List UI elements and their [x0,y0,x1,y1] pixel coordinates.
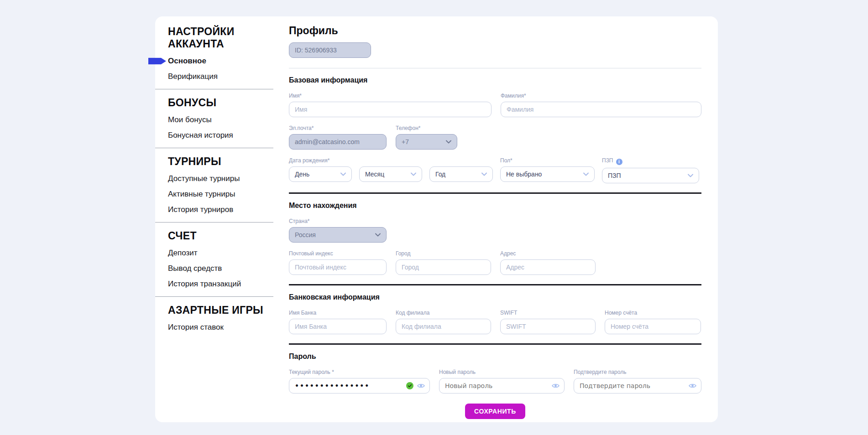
chevron-down-icon [688,174,693,177]
form-row: Страна* Россия [289,218,701,243]
swift-field-group: SWIFT [500,310,596,334]
chevron-down-icon [481,172,487,176]
gender-value: Не выбрано [506,171,542,178]
sidebar-item-main[interactable]: Основное [155,57,273,66]
page-title: Профиль [289,25,701,37]
swift-input[interactable] [500,319,596,334]
new-password-input[interactable] [445,382,548,389]
first-name-input[interactable] [289,102,492,117]
save-button[interactable]: СОХРАНИТЬ [465,404,525,419]
sidebar-divider [155,148,273,148]
chevron-down-icon [340,172,346,176]
current-password-box [289,378,430,394]
current-password-input[interactable] [295,382,403,389]
pzp-label: ПЗП [602,157,699,165]
chevron-down-icon [583,172,589,176]
birth-year-select[interactable]: Год [429,166,493,182]
birth-day-select[interactable]: День [289,166,352,182]
postal-code-field-group: Почтовый индекс [289,250,387,275]
birth-day-field-group: Дата рождения* День [289,157,352,183]
branch-code-input[interactable] [396,319,491,334]
sidebar-group-title-account: СЧЕТ [155,230,273,242]
account-number-field-group: Номер счёта [605,310,701,334]
chevron-down-icon [411,172,416,176]
sidebar-item-active-tournaments[interactable]: Активные турниры [155,190,273,199]
pzp-value: ПЗП [608,172,621,179]
form-row: Имя* Фамилия* [289,93,701,117]
gender-select[interactable]: Не выбрано [500,166,595,182]
form-row: Имя Банка Код филиала SWIFT Номер счёта [289,310,701,334]
pzp-field-group: ПЗП ПЗП [602,157,699,183]
check-circle-icon [406,382,413,389]
profile-id-field [289,42,371,58]
sidebar-group-title-tournaments: ТУРНИРЫ [155,155,273,168]
sidebar-item-label: Активные турниры [168,190,235,198]
birth-month-select[interactable]: Месяц [359,166,422,182]
chevron-down-icon [375,233,381,237]
last-name-label: Фамилия* [501,93,701,99]
birth-year-label [429,157,493,164]
sidebar-item-bet-history[interactable]: История ставок [155,323,273,332]
sidebar-item-deposit[interactable]: Депозит [155,249,273,258]
eye-icon[interactable] [552,383,559,388]
confirm-password-field-group: Подтвердите пароль [574,369,701,394]
branch-code-field-group: Код филиала [396,310,491,334]
divider [289,192,701,194]
sidebar-divider [155,89,273,89]
eye-icon[interactable] [417,383,425,388]
postal-code-input[interactable] [289,259,387,275]
sidebar-item-transaction-history[interactable]: История транзакций [155,280,273,289]
sidebar-item-my-bonuses[interactable]: Мои бонусы [155,115,273,124]
form-row: Эл.почта* Телефон* +7 [289,125,701,150]
pzp-select[interactable]: ПЗП [602,168,699,183]
eye-icon[interactable] [689,383,696,388]
sidebar-group-title-bonuses: БОНУСЫ [155,97,273,109]
birth-month-label [359,157,422,164]
confirm-password-input[interactable] [580,382,685,389]
birth-date-label: Дата рождения* [289,157,352,164]
sidebar-item-label: Мои бонусы [168,115,212,124]
gender-label: Пол* [500,157,595,164]
email-input [289,134,387,150]
section-title-bank-info: Банковская информация [289,293,701,301]
last-name-input[interactable] [501,102,701,117]
divider [289,343,701,345]
sidebar-item-tournament-history[interactable]: История турниров [155,205,273,214]
sidebar-item-label: История транзакций [168,280,241,288]
account-number-input[interactable] [605,319,701,334]
sidebar-item-withdrawal[interactable]: Вывод средств [155,264,273,273]
city-input[interactable] [396,259,491,275]
form-row: Дата рождения* День Месяц [289,157,701,183]
sidebar-group-title-gambling: АЗАРТНЫЕ ИГРЫ [155,304,273,316]
current-password-label: Текущий пароль * [289,369,430,375]
city-label: Город [396,250,491,257]
confirm-password-box [574,378,701,394]
section-title-basic-info: Базовая информация [289,76,701,84]
sidebar-item-label: Вывод средств [168,264,222,273]
sidebar-item-label: Депозит [168,249,198,257]
branch-code-label: Код филиала [396,310,491,316]
sidebar-item-available-tournaments[interactable]: Доступные турниры [155,174,273,183]
bank-name-input[interactable] [289,319,387,334]
sidebar-item-label: Верификация [168,72,218,81]
bank-name-label: Имя Банка [289,310,387,316]
section-title-location: Место нахождения [289,201,701,210]
birth-day-value: День [295,171,309,178]
divider [289,284,701,285]
sidebar-item-label: Основное [168,57,206,65]
sidebar-item-verification[interactable]: Верификация [155,72,273,81]
address-input[interactable] [500,259,596,275]
email-label: Эл.почта* [289,125,387,131]
phone-select: +7 [396,134,457,150]
phone-field-group: Телефон* +7 [396,125,457,150]
address-field-group: Адрес [500,250,596,275]
sidebar: НАСТРОЙКИ АККАУНТА Основное Верификация … [155,16,273,422]
sidebar-item-bonus-history[interactable]: Бонусная история [155,131,273,140]
confirm-password-label: Подтвердите пароль [574,369,701,375]
info-icon[interactable] [616,159,622,165]
country-value: Россия [295,231,316,238]
current-password-field-group: Текущий пароль * [289,369,430,394]
sidebar-item-label: Доступные турниры [168,174,240,183]
sidebar-divider [155,296,273,297]
sidebar-divider [155,222,273,223]
